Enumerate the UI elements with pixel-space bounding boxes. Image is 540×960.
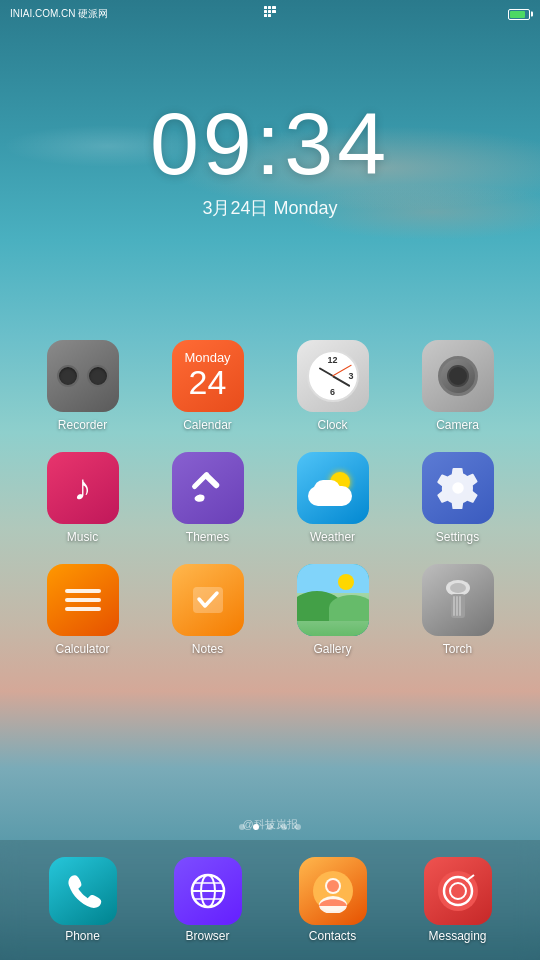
calendar-inner: Monday 24	[172, 340, 244, 412]
messaging-icon	[424, 857, 492, 925]
weather-content	[308, 470, 358, 506]
clock-3: 3	[348, 371, 353, 381]
svg-rect-2	[272, 6, 276, 9]
app-row-2: ♪ Music Themes	[20, 452, 520, 544]
phone-label: Phone	[65, 929, 100, 943]
svg-rect-5	[272, 10, 276, 13]
app-recorder[interactable]: Recorder	[33, 340, 133, 432]
clock-minute-hand	[332, 375, 350, 386]
carrier-info: INIAI.COM.CN 硬派网	[10, 7, 108, 21]
app-notes[interactable]: Notes	[158, 564, 258, 656]
contacts-label: Contacts	[309, 929, 356, 943]
themes-label: Themes	[186, 530, 229, 544]
svg-rect-16	[459, 596, 461, 616]
svg-point-25	[327, 880, 339, 892]
status-center	[263, 5, 277, 23]
gallery-label: Gallery	[313, 642, 351, 656]
svg-rect-14	[453, 596, 455, 616]
status-bar: INIAI.COM.CN 硬派网	[0, 0, 540, 28]
gallery-landscape	[297, 564, 369, 636]
clock-time: 09:34	[0, 100, 540, 188]
dock-browser[interactable]: Browser	[174, 857, 242, 943]
gear-svg	[437, 467, 479, 509]
app-gallery[interactable]: Gallery	[283, 564, 383, 656]
messaging-svg	[436, 869, 480, 913]
phone-svg	[63, 871, 103, 911]
calc-line-3	[65, 607, 101, 611]
clock-section: 09:34 3月24日 Monday	[0, 100, 540, 220]
battery-fill	[510, 11, 525, 18]
blackberry-icon	[263, 5, 277, 19]
torch-svg	[437, 574, 479, 626]
recorder-label: Recorder	[58, 418, 107, 432]
browser-svg	[186, 869, 230, 913]
gallery-sun	[338, 574, 354, 590]
app-torch[interactable]: Torch	[408, 564, 508, 656]
svg-point-12	[450, 583, 466, 593]
calendar-label: Calendar	[183, 418, 232, 432]
svg-rect-6	[264, 14, 267, 17]
svg-rect-3	[264, 10, 267, 13]
app-row-1: Recorder Monday 24 Calendar 12 3 6	[20, 340, 520, 432]
svg-rect-1	[268, 6, 271, 9]
app-calculator[interactable]: Calculator	[33, 564, 133, 656]
calendar-day-num: 24	[189, 364, 227, 401]
app-camera[interactable]: Camera	[408, 340, 508, 432]
recorder-circles	[57, 365, 109, 387]
clock-icon: 12 3 6	[297, 340, 369, 412]
dock-messaging[interactable]: Messaging	[424, 857, 492, 943]
carrier-text: INIAI.COM.CN 硬派网	[10, 7, 108, 21]
dock-contacts[interactable]: Contacts	[299, 857, 367, 943]
contacts-icon	[299, 857, 367, 925]
dock: Phone Browser Contacts	[0, 840, 540, 960]
notes-icon	[172, 564, 244, 636]
calc-lines	[65, 589, 101, 611]
clock-face: 12 3 6	[307, 350, 359, 402]
svg-rect-10	[193, 587, 223, 613]
browser-label: Browser	[185, 929, 229, 943]
recorder-icon	[47, 340, 119, 412]
app-weather[interactable]: Weather	[283, 452, 383, 544]
dock-phone[interactable]: Phone	[49, 857, 117, 943]
calculator-label: Calculator	[55, 642, 109, 656]
weather-label: Weather	[310, 530, 355, 544]
camera-lens	[438, 356, 478, 396]
notes-check-svg	[187, 579, 229, 621]
music-note-symbol: ♪	[74, 467, 92, 509]
clock-hour-hand	[318, 367, 333, 377]
clock-12: 12	[327, 355, 337, 365]
weather-icon	[297, 452, 369, 524]
music-icon: ♪	[47, 452, 119, 524]
weather-cloud-puff	[314, 480, 340, 498]
svg-rect-9	[203, 473, 220, 490]
torch-icon	[422, 564, 494, 636]
music-label: Music	[67, 530, 98, 544]
svg-rect-4	[268, 10, 271, 13]
app-clock[interactable]: 12 3 6 Clock	[283, 340, 383, 432]
app-row-3: Calculator Notes Gallery	[20, 564, 520, 656]
app-themes[interactable]: Themes	[158, 452, 258, 544]
camera-lens-inner	[447, 365, 469, 387]
brush-svg	[187, 467, 229, 509]
app-calendar[interactable]: Monday 24 Calendar	[158, 340, 258, 432]
torch-label: Torch	[443, 642, 472, 656]
phone-icon	[49, 857, 117, 925]
camera-label: Camera	[436, 418, 479, 432]
contacts-svg	[311, 869, 355, 913]
watermark: @科技岚报	[242, 817, 297, 832]
calendar-day-name: Monday	[184, 351, 230, 364]
camera-icon	[422, 340, 494, 412]
clock-date: 3月24日 Monday	[0, 196, 540, 220]
svg-rect-7	[268, 14, 271, 17]
notes-label: Notes	[192, 642, 223, 656]
svg-rect-15	[456, 596, 458, 616]
calc-line-1	[65, 589, 101, 593]
themes-icon	[172, 452, 244, 524]
battery-indicator	[508, 9, 530, 20]
app-grid: Recorder Monday 24 Calendar 12 3 6	[0, 340, 540, 676]
calc-line-2	[65, 598, 101, 602]
gallery-hill-2	[329, 595, 369, 621]
app-music[interactable]: ♪ Music	[33, 452, 133, 544]
app-settings[interactable]: Settings	[408, 452, 508, 544]
clock-label: Clock	[317, 418, 347, 432]
